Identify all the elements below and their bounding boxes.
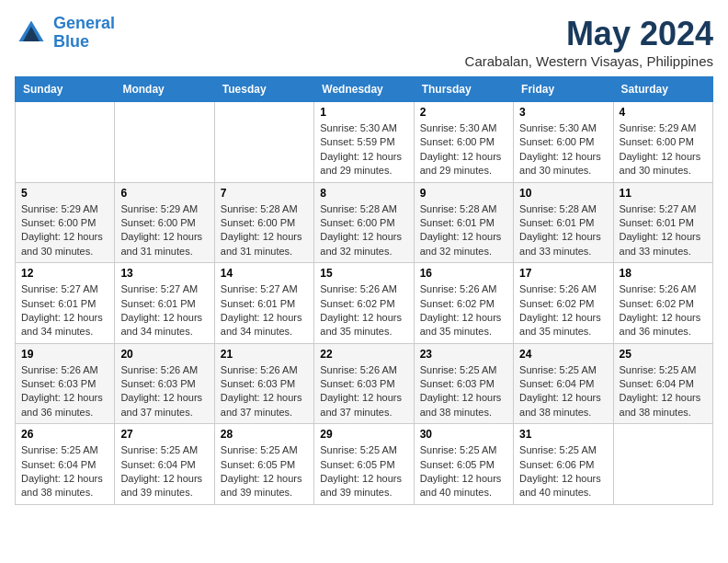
day-number: 27 <box>120 428 208 441</box>
day-number: 23 <box>420 348 507 361</box>
calendar-cell: 5Sunrise: 5:29 AM Sunset: 6:00 PM Daylig… <box>16 182 115 263</box>
calendar-cell: 21Sunrise: 5:26 AM Sunset: 6:03 PM Dayli… <box>214 343 313 424</box>
calendar-week-3: 12Sunrise: 5:27 AM Sunset: 6:01 PM Dayli… <box>16 263 713 344</box>
day-info: Sunrise: 5:30 AM Sunset: 5:59 PM Dayligh… <box>320 121 407 178</box>
day-info: Sunrise: 5:25 AM Sunset: 6:05 PM Dayligh… <box>320 443 407 500</box>
calendar-cell: 6Sunrise: 5:29 AM Sunset: 6:00 PM Daylig… <box>115 182 214 263</box>
day-info: Sunrise: 5:29 AM Sunset: 6:00 PM Dayligh… <box>620 121 707 178</box>
day-number: 6 <box>120 187 208 200</box>
day-number: 4 <box>620 106 707 119</box>
calendar-week-1: 1Sunrise: 5:30 AM Sunset: 5:59 PM Daylig… <box>16 102 713 183</box>
day-info: Sunrise: 5:25 AM Sunset: 6:04 PM Dayligh… <box>519 363 607 420</box>
calendar-cell: 8Sunrise: 5:28 AM Sunset: 6:00 PM Daylig… <box>314 182 414 263</box>
calendar-cell: 16Sunrise: 5:26 AM Sunset: 6:02 PM Dayli… <box>414 263 513 344</box>
day-info: Sunrise: 5:25 AM Sunset: 6:05 PM Dayligh… <box>420 443 507 500</box>
weekday-header-thursday: Thursday <box>414 77 513 102</box>
calendar-cell: 9Sunrise: 5:28 AM Sunset: 6:01 PM Daylig… <box>414 182 513 263</box>
calendar-cell: 30Sunrise: 5:25 AM Sunset: 6:05 PM Dayli… <box>414 424 513 505</box>
day-number: 21 <box>221 348 308 361</box>
day-number: 25 <box>620 348 707 361</box>
calendar-body: 1Sunrise: 5:30 AM Sunset: 5:59 PM Daylig… <box>16 102 713 505</box>
day-number: 2 <box>420 106 507 119</box>
day-number: 5 <box>21 187 108 200</box>
calendar-cell: 31Sunrise: 5:25 AM Sunset: 6:06 PM Dayli… <box>514 424 613 505</box>
calendar-cell: 26Sunrise: 5:25 AM Sunset: 6:04 PM Dayli… <box>16 424 115 505</box>
calendar-cell: 22Sunrise: 5:26 AM Sunset: 6:03 PM Dayli… <box>314 343 414 424</box>
day-info: Sunrise: 5:25 AM Sunset: 6:04 PM Dayligh… <box>120 443 208 500</box>
calendar-cell: 4Sunrise: 5:29 AM Sunset: 6:00 PM Daylig… <box>613 102 712 183</box>
day-info: Sunrise: 5:27 AM Sunset: 6:01 PM Dayligh… <box>221 282 308 339</box>
day-info: Sunrise: 5:26 AM Sunset: 6:03 PM Dayligh… <box>120 363 208 420</box>
day-info: Sunrise: 5:26 AM Sunset: 6:02 PM Dayligh… <box>320 282 407 339</box>
calendar-cell: 29Sunrise: 5:25 AM Sunset: 6:05 PM Dayli… <box>314 424 414 505</box>
page-header: General Blue May 2024 Carabalan, Western… <box>15 15 713 69</box>
day-number: 1 <box>320 106 407 119</box>
logo-blue: Blue <box>53 32 89 51</box>
day-number: 13 <box>120 267 208 280</box>
logo-general: General <box>53 14 115 32</box>
day-number: 16 <box>420 267 507 280</box>
day-number: 30 <box>420 428 507 441</box>
day-info: Sunrise: 5:30 AM Sunset: 6:00 PM Dayligh… <box>420 121 507 178</box>
calendar-cell: 1Sunrise: 5:30 AM Sunset: 5:59 PM Daylig… <box>314 102 414 183</box>
day-info: Sunrise: 5:28 AM Sunset: 6:01 PM Dayligh… <box>519 202 607 259</box>
calendar-week-4: 19Sunrise: 5:26 AM Sunset: 6:03 PM Dayli… <box>16 343 713 424</box>
day-info: Sunrise: 5:25 AM Sunset: 6:03 PM Dayligh… <box>420 363 507 420</box>
day-number: 7 <box>221 187 308 200</box>
day-number: 31 <box>519 428 607 441</box>
title-block: May 2024 Carabalan, Western Visayas, Phi… <box>465 15 713 69</box>
day-info: Sunrise: 5:27 AM Sunset: 6:01 PM Dayligh… <box>120 282 208 339</box>
calendar-cell: 27Sunrise: 5:25 AM Sunset: 6:04 PM Dayli… <box>115 424 214 505</box>
day-number: 14 <box>221 267 308 280</box>
weekday-header-tuesday: Tuesday <box>214 77 313 102</box>
day-number: 12 <box>21 267 108 280</box>
weekday-header-sunday: Sunday <box>16 77 115 102</box>
day-number: 3 <box>519 106 607 119</box>
day-info: Sunrise: 5:26 AM Sunset: 6:02 PM Dayligh… <box>620 282 707 339</box>
calendar-cell: 19Sunrise: 5:26 AM Sunset: 6:03 PM Dayli… <box>16 343 115 424</box>
calendar-cell <box>16 102 115 183</box>
calendar-cell: 3Sunrise: 5:30 AM Sunset: 6:00 PM Daylig… <box>514 102 613 183</box>
calendar-cell: 12Sunrise: 5:27 AM Sunset: 6:01 PM Dayli… <box>16 263 115 344</box>
calendar-cell: 15Sunrise: 5:26 AM Sunset: 6:02 PM Dayli… <box>314 263 414 344</box>
day-number: 28 <box>221 428 308 441</box>
day-info: Sunrise: 5:26 AM Sunset: 6:03 PM Dayligh… <box>221 363 308 420</box>
day-info: Sunrise: 5:29 AM Sunset: 6:00 PM Dayligh… <box>120 202 208 259</box>
calendar-cell: 11Sunrise: 5:27 AM Sunset: 6:01 PM Dayli… <box>613 182 712 263</box>
calendar-cell: 18Sunrise: 5:26 AM Sunset: 6:02 PM Dayli… <box>613 263 712 344</box>
logo-text: General Blue <box>53 15 115 52</box>
calendar-cell: 14Sunrise: 5:27 AM Sunset: 6:01 PM Dayli… <box>214 263 313 344</box>
calendar-cell: 23Sunrise: 5:25 AM Sunset: 6:03 PM Dayli… <box>414 343 513 424</box>
day-info: Sunrise: 5:30 AM Sunset: 6:00 PM Dayligh… <box>519 121 607 178</box>
day-info: Sunrise: 5:26 AM Sunset: 6:03 PM Dayligh… <box>21 363 108 420</box>
calendar-cell: 20Sunrise: 5:26 AM Sunset: 6:03 PM Dayli… <box>115 343 214 424</box>
calendar-cell: 17Sunrise: 5:26 AM Sunset: 6:02 PM Dayli… <box>514 263 613 344</box>
day-info: Sunrise: 5:27 AM Sunset: 6:01 PM Dayligh… <box>21 282 108 339</box>
day-info: Sunrise: 5:25 AM Sunset: 6:06 PM Dayligh… <box>519 443 607 500</box>
calendar-cell: 2Sunrise: 5:30 AM Sunset: 6:00 PM Daylig… <box>414 102 513 183</box>
month-title: May 2024 <box>465 15 713 53</box>
day-info: Sunrise: 5:27 AM Sunset: 6:01 PM Dayligh… <box>620 202 707 259</box>
calendar-cell <box>115 102 214 183</box>
day-info: Sunrise: 5:25 AM Sunset: 6:04 PM Dayligh… <box>21 443 108 500</box>
logo: General Blue <box>15 15 115 52</box>
calendar-table: SundayMondayTuesdayWednesdayThursdayFrid… <box>15 76 713 505</box>
day-number: 10 <box>519 187 607 200</box>
day-info: Sunrise: 5:28 AM Sunset: 6:00 PM Dayligh… <box>320 202 407 259</box>
day-number: 11 <box>620 187 707 200</box>
day-number: 8 <box>320 187 407 200</box>
day-info: Sunrise: 5:26 AM Sunset: 6:03 PM Dayligh… <box>320 363 407 420</box>
calendar-cell: 13Sunrise: 5:27 AM Sunset: 6:01 PM Dayli… <box>115 263 214 344</box>
weekday-header-saturday: Saturday <box>613 77 712 102</box>
day-number: 26 <box>21 428 108 441</box>
day-info: Sunrise: 5:26 AM Sunset: 6:02 PM Dayligh… <box>519 282 607 339</box>
day-number: 29 <box>320 428 407 441</box>
calendar-week-5: 26Sunrise: 5:25 AM Sunset: 6:04 PM Dayli… <box>16 424 713 505</box>
calendar-cell: 25Sunrise: 5:25 AM Sunset: 6:04 PM Dayli… <box>613 343 712 424</box>
day-info: Sunrise: 5:26 AM Sunset: 6:02 PM Dayligh… <box>420 282 507 339</box>
calendar-header: SundayMondayTuesdayWednesdayThursdayFrid… <box>16 77 713 102</box>
day-number: 9 <box>420 187 507 200</box>
calendar-cell: 28Sunrise: 5:25 AM Sunset: 6:05 PM Dayli… <box>214 424 313 505</box>
day-number: 17 <box>519 267 607 280</box>
weekday-row: SundayMondayTuesdayWednesdayThursdayFrid… <box>16 77 713 102</box>
